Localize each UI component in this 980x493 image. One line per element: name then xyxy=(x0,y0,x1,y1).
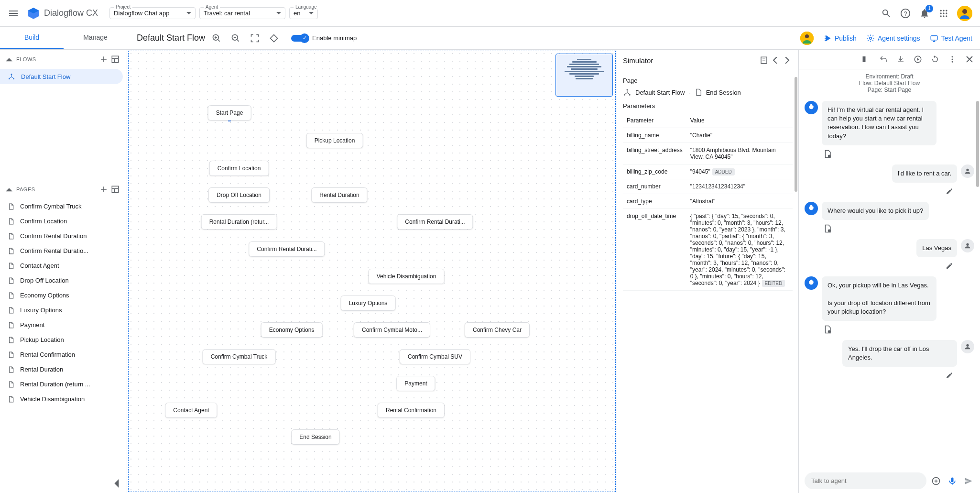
sidebar-page-item[interactable]: Confirm Cymbal Truck xyxy=(0,199,127,214)
sidebar-page-item[interactable]: Luxury Options xyxy=(0,303,127,318)
flow-node[interactable]: Confirm Rental Durati... xyxy=(397,214,473,230)
mic-icon[interactable] xyxy=(947,475,958,487)
edit-message-icon[interactable] xyxy=(944,260,955,272)
flow-node[interactable]: Drop Off Location xyxy=(208,187,270,203)
logo[interactable]: Dialogflow CX xyxy=(27,7,98,20)
flow-node[interactable]: Confirm Location xyxy=(209,161,269,176)
flow-node[interactable]: Rental Duration (retur... xyxy=(201,214,277,230)
sidebar-flow-item[interactable]: Default Start Flow xyxy=(0,69,123,84)
minimap-toggle[interactable]: Enable minimap xyxy=(291,34,357,42)
flows-grid-icon[interactable] xyxy=(109,54,121,65)
chat-reset-icon[interactable] xyxy=(929,54,941,65)
flow-node[interactable]: Rental Duration xyxy=(311,187,367,203)
pages-grid-icon[interactable] xyxy=(109,184,121,195)
chat-layout-icon[interactable] xyxy=(860,54,872,65)
page-icon xyxy=(695,88,702,96)
chat-save-icon[interactable] xyxy=(895,54,906,65)
reset-view-icon[interactable] xyxy=(268,33,280,44)
parameters-label: Parameters xyxy=(623,102,793,110)
flow-node[interactable]: Rental Confirmation xyxy=(378,403,445,418)
page-icon xyxy=(8,292,14,299)
sidebar-page-item[interactable]: Confirm Rental Duratio... xyxy=(0,243,127,258)
flow-node[interactable]: Confirm Chevy Car xyxy=(465,322,530,338)
chevron-up-icon[interactable] xyxy=(6,186,12,193)
chat-input[interactable] xyxy=(805,472,926,489)
fit-icon[interactable] xyxy=(249,33,261,44)
sidebar-page-item[interactable]: Pickup Location xyxy=(0,332,127,347)
flow-node[interactable]: Payment xyxy=(396,376,435,391)
svg-point-12 xyxy=(946,15,947,17)
apps-icon[interactable] xyxy=(938,8,949,19)
svg-point-9 xyxy=(946,12,947,14)
tab-manage[interactable]: Manage xyxy=(64,27,127,49)
sidebar-page-item[interactable]: Rental Confirmation xyxy=(0,347,127,362)
edit-message-icon[interactable] xyxy=(944,370,955,381)
test-agent-button[interactable]: Test Agent xyxy=(930,34,972,43)
publish-button[interactable]: Publish xyxy=(823,34,857,43)
chat-play-icon[interactable] xyxy=(912,54,924,65)
svg-rect-25 xyxy=(931,35,937,40)
collaborator-avatar[interactable] xyxy=(800,32,814,45)
agent-selector[interactable]: Agent Travel: car rental xyxy=(199,7,285,19)
response-source-icon[interactable] xyxy=(822,223,833,234)
flow-node[interactable]: Start Page xyxy=(208,105,251,121)
sim-notes-icon[interactable] xyxy=(758,55,770,66)
sim-next-icon[interactable] xyxy=(781,55,793,66)
scrollbar[interactable] xyxy=(795,77,797,192)
svg-point-5 xyxy=(943,10,944,11)
chat-undo-icon[interactable] xyxy=(878,54,889,65)
language-selector[interactable]: Language en xyxy=(289,7,318,19)
response-source-icon[interactable] xyxy=(822,324,833,335)
add-page-icon[interactable] xyxy=(98,184,109,195)
sidebar-page-item[interactable]: Confirm Rental Duration xyxy=(0,229,127,243)
flow-node[interactable]: Contact Agent xyxy=(165,403,217,418)
flow-node[interactable]: Confirm Cymbal Moto... xyxy=(354,322,430,338)
project-selector[interactable]: Project Dialogflow Chat app xyxy=(109,7,196,19)
send-icon[interactable] xyxy=(963,475,974,487)
sidebar-page-item[interactable]: Vehicle Disambiguation xyxy=(0,392,127,406)
chat-close-icon[interactable] xyxy=(964,54,975,65)
response-source-icon[interactable] xyxy=(822,148,833,160)
flow-node[interactable]: Luxury Options xyxy=(341,296,396,311)
sidebar-page-item[interactable]: Economy Options xyxy=(0,288,127,303)
zoom-in-icon[interactable] xyxy=(211,33,222,44)
flow-node[interactable]: Vehicle Disambiguation xyxy=(369,269,445,284)
flow-node[interactable]: End Session xyxy=(291,429,339,445)
flow-node[interactable]: Confirm Rental Durati... xyxy=(249,241,325,257)
sidebar-page-item[interactable]: Drop Off Location xyxy=(0,273,127,288)
sim-prev-icon[interactable] xyxy=(770,55,781,66)
agent-settings-button[interactable]: Agent settings xyxy=(866,34,920,43)
scrollbar[interactable] xyxy=(976,101,979,187)
add-flow-icon[interactable] xyxy=(98,54,109,65)
param-row: drop_off_date_time{ "past": { "day": 15,… xyxy=(623,209,793,291)
page-icon xyxy=(8,322,14,329)
collapse-sidebar-icon[interactable] xyxy=(111,478,123,489)
svg-point-24 xyxy=(870,37,872,39)
minimap[interactable] xyxy=(555,54,613,97)
flow-node[interactable]: Confirm Cymbal SUV xyxy=(400,349,470,364)
user-avatar[interactable] xyxy=(957,6,972,21)
flow-node[interactable]: Economy Options xyxy=(261,322,323,338)
svg-point-4 xyxy=(940,10,942,11)
add-circle-icon[interactable] xyxy=(930,475,942,487)
chevron-up-icon[interactable] xyxy=(6,56,12,63)
edit-message-icon[interactable] xyxy=(944,186,955,197)
sidebar-page-item[interactable]: Payment xyxy=(0,318,127,332)
sidebar-page-item[interactable]: Rental Duration xyxy=(0,362,127,377)
tab-build[interactable]: Build xyxy=(0,27,64,49)
sidebar-page-item[interactable]: Confirm Location xyxy=(0,214,127,229)
sidebar-page-item[interactable]: Rental Duration (return ... xyxy=(0,377,127,392)
notification-badge: 1 xyxy=(926,5,933,12)
flow-node[interactable]: Confirm Cymbal Truck xyxy=(203,349,276,364)
svg-rect-32 xyxy=(112,186,119,193)
search-icon[interactable] xyxy=(881,8,892,19)
notifications-icon[interactable]: 1 xyxy=(919,8,930,19)
flow-node[interactable]: Pickup Location xyxy=(306,133,363,148)
help-icon[interactable]: ? xyxy=(900,8,911,19)
menu-icon[interactable] xyxy=(8,8,19,19)
sidebar-page-item[interactable]: Contact Agent xyxy=(0,258,127,273)
chat-more-icon[interactable] xyxy=(947,54,958,65)
flow-canvas[interactable]: Start PagePickup LocationConfirm Locatio… xyxy=(127,50,617,493)
zoom-out-icon[interactable] xyxy=(230,33,241,44)
svg-rect-114 xyxy=(951,477,954,482)
